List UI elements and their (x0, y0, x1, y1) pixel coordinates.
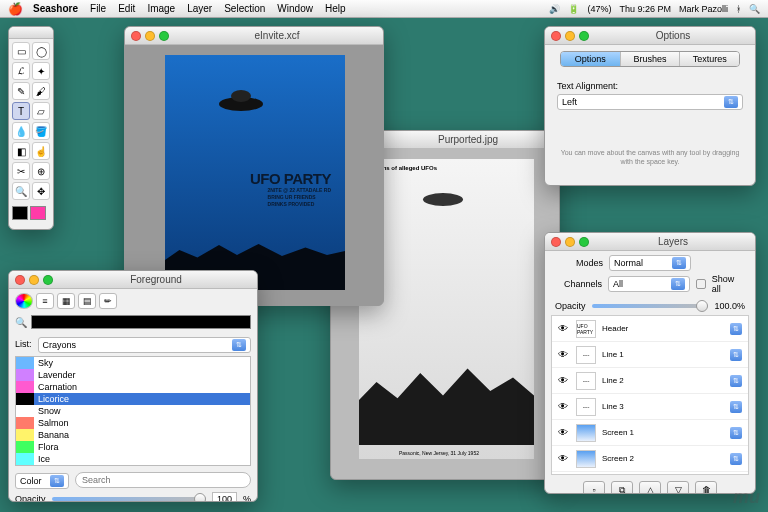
close-icon[interactable] (551, 31, 561, 41)
minimize-icon[interactable] (565, 31, 575, 41)
close-icon[interactable] (131, 31, 141, 41)
pencil-tool[interactable]: ✎ (12, 82, 30, 100)
move-tool[interactable]: ✥ (32, 182, 50, 200)
spotlight-icon[interactable]: 🔍 (749, 4, 760, 14)
chevron-updown-icon[interactable]: ⇅ (730, 427, 742, 439)
options-titlebar[interactable]: Options (545, 27, 755, 45)
volume-icon[interactable]: 🔊 (549, 4, 560, 14)
layer-item[interactable]: 👁----Line 1⇅ (552, 342, 748, 368)
text-tool[interactable]: T (12, 102, 30, 120)
crayon-item[interactable]: Salmon (16, 417, 250, 429)
chevron-updown-icon[interactable]: ⇅ (730, 323, 742, 335)
zoom-icon[interactable] (43, 275, 53, 285)
battery-icon[interactable]: 🔋 (568, 4, 579, 14)
color-search-input[interactable] (75, 472, 251, 488)
minimize-icon[interactable] (29, 275, 39, 285)
crayon-item[interactable]: Banana (16, 429, 250, 441)
close-icon[interactable] (15, 275, 25, 285)
layer-item[interactable]: 👁----Line 3⇅ (552, 394, 748, 420)
minimize-icon[interactable] (565, 237, 575, 247)
color-palettes-tab[interactable]: ▦ (57, 293, 75, 309)
layer-item[interactable]: 👁Screen 1⇅ (552, 420, 748, 446)
clock[interactable]: Thu 9:26 PM (619, 4, 671, 14)
minimize-icon[interactable] (145, 31, 155, 41)
doc1-titlebar[interactable]: eInvite.xcf (125, 27, 383, 45)
zoom-tool[interactable]: 🔍 (12, 182, 30, 200)
color-spectrum-tab[interactable]: ▤ (78, 293, 96, 309)
gradient-tool[interactable]: ◧ (12, 142, 30, 160)
color-strip[interactable] (31, 315, 251, 329)
menu-window[interactable]: Window (277, 3, 313, 14)
eyedropper-tool[interactable]: 💧 (12, 122, 30, 140)
menu-edit[interactable]: Edit (118, 3, 135, 14)
fg-opacity-slider[interactable] (52, 497, 206, 501)
crayons-tab[interactable]: ✏ (99, 293, 117, 309)
zoom-icon[interactable] (579, 31, 589, 41)
channels-select[interactable]: All⇅ (608, 276, 690, 292)
crayon-item[interactable]: Snow (16, 405, 250, 417)
app-menu[interactable]: Seashore (33, 3, 78, 14)
crayon-item[interactable]: Lavender (16, 369, 250, 381)
layer-item[interactable]: 👁UFO PARTYHeader⇅ (552, 316, 748, 342)
close-icon[interactable] (551, 237, 561, 247)
menu-file[interactable]: File (90, 3, 106, 14)
ellipse-select-tool[interactable]: ◯ (32, 42, 50, 60)
visibility-icon[interactable]: 👁 (558, 349, 570, 360)
visibility-icon[interactable]: 👁 (558, 375, 570, 386)
visibility-icon[interactable]: 👁 (558, 427, 570, 438)
layer-item[interactable]: 👁Screen 2⇅ (552, 446, 748, 472)
menu-layer[interactable]: Layer (187, 3, 212, 14)
crayon-list-select[interactable]: Crayons⇅ (38, 337, 251, 353)
foreground-titlebar[interactable]: Foreground (9, 271, 257, 289)
crop-tool[interactable]: ✂ (12, 162, 30, 180)
menu-selection[interactable]: Selection (224, 3, 265, 14)
new-layer-button[interactable]: ▫ (583, 481, 605, 494)
crayon-item[interactable]: Licorice (16, 393, 250, 405)
color-sliders-tab[interactable]: ≡ (36, 293, 54, 309)
delete-layer-button[interactable]: 🗑 (695, 481, 717, 494)
opacity-slider[interactable] (592, 304, 709, 308)
user-menu[interactable]: Mark Pazolli (679, 4, 728, 14)
layer-item[interactable]: 👁----Line 2⇅ (552, 368, 748, 394)
smudge-tool[interactable]: ☝ (32, 142, 50, 160)
duplicate-layer-button[interactable]: ⧉ (611, 481, 633, 494)
bucket-tool[interactable]: 🪣 (32, 122, 50, 140)
showall-checkbox[interactable] (696, 279, 706, 289)
zoom-icon[interactable] (579, 237, 589, 247)
visibility-icon[interactable]: 👁 (558, 453, 570, 464)
apple-menu-icon[interactable]: 🍎 (8, 2, 23, 16)
visibility-icon[interactable]: 👁 (558, 323, 570, 334)
chevron-updown-icon[interactable]: ⇅ (730, 375, 742, 387)
layer-down-button[interactable]: ▽ (667, 481, 689, 494)
menu-help[interactable]: Help (325, 3, 346, 14)
brush-tool[interactable]: 🖌 (32, 82, 50, 100)
crayon-item[interactable]: Flora (16, 441, 250, 453)
tab-brushes[interactable]: Brushes (621, 52, 681, 66)
rect-select-tool[interactable]: ▭ (12, 42, 30, 60)
wand-tool[interactable]: ✦ (32, 62, 50, 80)
crayon-item[interactable]: Ice (16, 453, 250, 465)
doc1-canvas[interactable]: UFO PARTY 2NITE @ 22 ATTADALE RDBRING UR… (165, 55, 345, 290)
layer-up-button[interactable]: △ (639, 481, 661, 494)
doc2-canvas[interactable]: phs of alleged UFOs Passonic, New Jersey… (359, 159, 534, 459)
crayon-item[interactable]: Sky (16, 357, 250, 369)
tab-options[interactable]: Options (561, 52, 621, 66)
crayon-item[interactable]: Carnation (16, 381, 250, 393)
modes-select[interactable]: Normal⇅ (609, 255, 691, 271)
tools-titlebar[interactable] (9, 27, 53, 39)
foreground-swatch[interactable] (12, 206, 28, 220)
tab-textures[interactable]: Textures (680, 52, 739, 66)
text-alignment-select[interactable]: Left⇅ (557, 94, 743, 110)
fg-opacity-value[interactable]: 100 (212, 492, 237, 502)
visibility-icon[interactable]: 👁 (558, 401, 570, 412)
background-swatch[interactable] (30, 206, 46, 220)
bluetooth-icon[interactable]: ᚼ (736, 4, 741, 14)
chevron-updown-icon[interactable]: ⇅ (730, 349, 742, 361)
layers-titlebar[interactable]: Layers (545, 233, 755, 251)
lasso-tool[interactable]: 𝓛 (12, 62, 30, 80)
chevron-updown-icon[interactable]: ⇅ (730, 453, 742, 465)
chevron-updown-icon[interactable]: ⇅ (730, 401, 742, 413)
eraser-tool[interactable]: ▱ (32, 102, 50, 120)
zoom-icon[interactable] (159, 31, 169, 41)
clone-tool[interactable]: ⊕ (32, 162, 50, 180)
